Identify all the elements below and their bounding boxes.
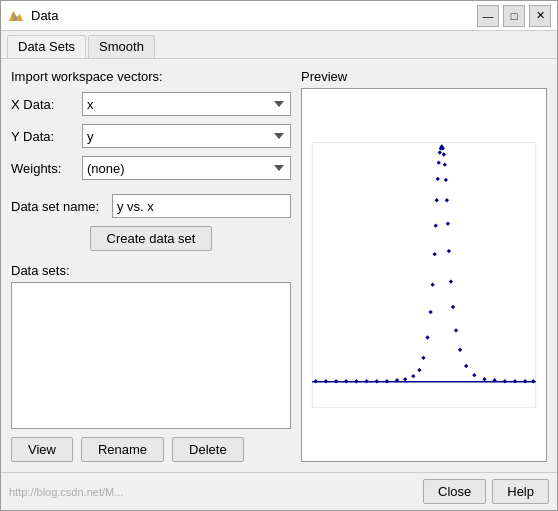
left-panel: Import workspace vectors: X Data: x Y Da… bbox=[11, 69, 291, 462]
delete-button[interactable]: Delete bbox=[172, 437, 244, 462]
preview-area bbox=[301, 88, 547, 462]
import-label: Import workspace vectors: bbox=[11, 69, 291, 84]
tab-bar: Data Sets Smooth bbox=[1, 31, 557, 59]
view-button[interactable]: View bbox=[11, 437, 73, 462]
right-panel: Preview bbox=[301, 69, 547, 462]
title-bar: Data — □ ✕ bbox=[1, 1, 557, 31]
dataset-name-input[interactable] bbox=[112, 194, 291, 218]
y-data-row: Y Data: y bbox=[11, 124, 291, 148]
y-data-label: Y Data: bbox=[11, 129, 76, 144]
main-content: Import workspace vectors: X Data: x Y Da… bbox=[1, 59, 557, 472]
close-window-button[interactable]: ✕ bbox=[529, 5, 551, 27]
maximize-button[interactable]: □ bbox=[503, 5, 525, 27]
svg-rect-3 bbox=[312, 143, 536, 407]
close-button[interactable]: Close bbox=[423, 479, 486, 504]
title-bar-left: Data bbox=[7, 7, 58, 25]
minimize-button[interactable]: — bbox=[477, 5, 499, 27]
weights-label: Weights: bbox=[11, 161, 76, 176]
watermark-text: http://blog.csdn.net/M... bbox=[9, 486, 417, 498]
rename-button[interactable]: Rename bbox=[81, 437, 164, 462]
create-dataset-button[interactable]: Create data set bbox=[90, 226, 213, 251]
window-title: Data bbox=[31, 8, 58, 23]
create-btn-row: Create data set bbox=[11, 226, 291, 251]
y-data-select[interactable]: y bbox=[82, 124, 291, 148]
preview-chart bbox=[302, 89, 546, 461]
dataset-name-row: Data set name: bbox=[11, 194, 291, 218]
x-data-select[interactable]: x bbox=[82, 92, 291, 116]
x-data-label: X Data: bbox=[11, 97, 76, 112]
tab-data-sets[interactable]: Data Sets bbox=[7, 35, 86, 58]
title-bar-buttons: — □ ✕ bbox=[477, 5, 551, 27]
matlab-logo-icon bbox=[7, 7, 25, 25]
preview-label: Preview bbox=[301, 69, 547, 84]
datasets-listbox[interactable] bbox=[11, 282, 291, 429]
main-window: Data — □ ✕ Data Sets Smooth Import works… bbox=[0, 0, 558, 511]
help-button[interactable]: Help bbox=[492, 479, 549, 504]
tab-smooth[interactable]: Smooth bbox=[88, 35, 155, 58]
x-data-row: X Data: x bbox=[11, 92, 291, 116]
weights-row: Weights: (none) bbox=[11, 156, 291, 180]
svg-marker-1 bbox=[13, 11, 17, 21]
weights-select[interactable]: (none) bbox=[82, 156, 291, 180]
bottom-buttons: View Rename Delete bbox=[11, 437, 291, 462]
dataset-name-label: Data set name: bbox=[11, 199, 106, 214]
footer: http://blog.csdn.net/M... Close Help bbox=[1, 472, 557, 510]
datasets-label: Data sets: bbox=[11, 263, 291, 278]
